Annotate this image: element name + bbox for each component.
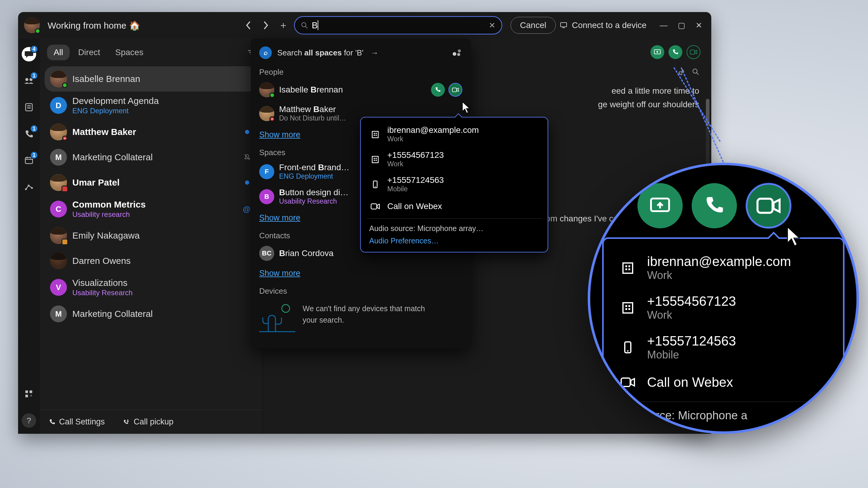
sidebar-item-title: Matthew Baker xyxy=(72,127,136,137)
lens-call-option-row: +15557124563 Mobile xyxy=(604,327,843,367)
search-icon xyxy=(301,22,308,29)
result-video-call[interactable] xyxy=(448,83,462,97)
audio-call-button[interactable] xyxy=(669,45,682,59)
svg-point-28 xyxy=(458,50,461,53)
rail-teams[interactable]: 1 xyxy=(22,73,36,88)
call-option-main: +15557124563 xyxy=(387,175,444,185)
mobile-icon xyxy=(619,338,637,356)
building-icon xyxy=(619,259,637,277)
no-devices-illustration xyxy=(259,303,296,333)
building-icon xyxy=(619,298,637,317)
sidebar-item[interactable]: Umar Patel xyxy=(44,170,258,195)
svg-rect-55 xyxy=(625,305,627,307)
user-avatar[interactable] xyxy=(24,18,40,33)
search-go-icon[interactable]: → xyxy=(371,48,378,58)
sidebar-item[interactable]: CCommon MetricsUsability research@ xyxy=(44,195,258,223)
call-option-main: ibrennan@example.com xyxy=(387,125,479,135)
call-option-row[interactable]: ibrennan@example.com Work xyxy=(361,122,548,147)
call-option-sub: Mobile xyxy=(387,185,444,193)
rail-meetings[interactable]: 1 xyxy=(22,153,36,167)
call-option-row[interactable]: +15554567123 Work xyxy=(361,147,548,172)
svg-rect-42 xyxy=(374,160,375,161)
call-option-row[interactable]: +15557124563 Mobile xyxy=(361,172,548,197)
svg-point-29 xyxy=(453,52,456,56)
sidebar-item[interactable]: Emily Nakagawa xyxy=(44,223,258,248)
svg-rect-36 xyxy=(375,133,377,134)
svg-rect-48 xyxy=(757,199,772,213)
call-pickup-button[interactable]: Call pickup xyxy=(123,417,174,427)
svg-rect-35 xyxy=(374,133,375,134)
svg-rect-49 xyxy=(623,263,632,273)
close-button[interactable]: ✕ xyxy=(695,21,702,30)
connect-device-button[interactable]: Connect to a device xyxy=(560,21,647,30)
result-audio-call[interactable] xyxy=(431,83,445,97)
lens-call-option-row: ibrennan@example.com Work xyxy=(604,248,843,288)
sidebar-item[interactable]: MMarketing Collateral xyxy=(44,301,258,327)
minimize-button[interactable]: — xyxy=(660,21,668,30)
no-devices-text: We can't find any devices that match you… xyxy=(303,303,429,326)
svg-rect-54 xyxy=(623,303,632,313)
svg-rect-52 xyxy=(625,268,627,270)
clear-search-icon[interactable]: ✕ xyxy=(489,21,495,30)
unread-dot xyxy=(245,181,249,185)
search-in-space-icon[interactable] xyxy=(692,68,699,75)
rail-calls[interactable]: 1 xyxy=(22,127,36,141)
show-more-contacts[interactable]: Show more xyxy=(251,264,471,282)
call-option-row[interactable]: Call on Webex xyxy=(361,197,548,216)
rail-help-icon[interactable]: ? xyxy=(22,413,36,428)
sidebar-item-title: Visualizations xyxy=(72,278,133,288)
new-item-button[interactable]: ＋ xyxy=(277,19,290,32)
lens-call-option-row: +15554567123 Work xyxy=(604,288,843,327)
result-sub: Do Not Disturb until… xyxy=(279,114,346,122)
presence-filter-icon[interactable] xyxy=(450,48,462,57)
svg-rect-50 xyxy=(625,265,627,267)
svg-text:+: + xyxy=(30,393,32,398)
nav-back[interactable] xyxy=(242,19,255,32)
rail-calls-badge: 1 xyxy=(30,125,38,133)
sidebar-item-sub: Usability Research xyxy=(72,289,133,297)
sidebar-item[interactable]: VVisualizationsUsability Research xyxy=(44,273,258,301)
search-query: B xyxy=(312,20,318,30)
search-input[interactable]: B ✕ xyxy=(294,16,502,34)
sidebar-item-title: Marketing Collateral xyxy=(72,152,153,162)
result-sub: ENG Deployment xyxy=(279,172,349,181)
sidebar-tab-all[interactable]: All xyxy=(47,44,70,60)
lens-audio-button xyxy=(692,183,737,228)
sidebar-item[interactable]: MMarketing Collateral xyxy=(44,144,258,170)
call-option-main: +15554567123 xyxy=(387,150,444,160)
search-result-row[interactable]: Isabelle Brennan xyxy=(251,78,471,101)
sidebar-item[interactable]: Isabelle Brennan xyxy=(44,66,258,92)
search-scope-text[interactable]: Search all spaces for 'B' xyxy=(277,48,364,58)
sidebar-item[interactable]: DDevelopment AgendaENG Deployment xyxy=(44,92,258,119)
audio-preferences-link[interactable]: Audio Preferences… xyxy=(361,236,548,248)
rail-apps-icon[interactable]: + xyxy=(22,387,36,401)
result-name: Front-end Brand… xyxy=(279,163,349,172)
svg-rect-41 xyxy=(375,158,377,159)
nav-forward[interactable] xyxy=(259,19,273,32)
search-scope-icon: ⌕ xyxy=(259,46,272,59)
status-text[interactable]: Working from home 🏠 xyxy=(48,20,140,31)
cancel-button[interactable]: Cancel xyxy=(510,17,555,34)
result-name: Matthew Baker xyxy=(279,104,346,114)
call-option-sub: Work xyxy=(387,160,444,168)
call-settings-button[interactable]: Call Settings xyxy=(49,417,105,427)
svg-rect-9 xyxy=(25,158,33,164)
share-screen-button[interactable] xyxy=(650,45,664,59)
sidebar-tab-spaces[interactable]: Spaces xyxy=(108,44,150,60)
rail-messaging[interactable]: 4 xyxy=(22,47,36,61)
dd-section-devices: Devices xyxy=(251,282,471,298)
sidebar: All Direct Spaces Isabelle BrennanDDevel… xyxy=(40,38,263,434)
rail-contacts-icon[interactable] xyxy=(22,100,36,115)
svg-rect-8 xyxy=(27,107,31,108)
video-call-button[interactable] xyxy=(687,45,701,59)
svg-rect-34 xyxy=(372,131,378,138)
rail-analytics-icon[interactable] xyxy=(22,180,36,194)
svg-rect-18 xyxy=(25,395,28,397)
sidebar-item-title: Emily Nakagawa xyxy=(72,230,140,241)
sidebar-tab-direct[interactable]: Direct xyxy=(71,44,107,60)
lens-cursor-icon xyxy=(785,225,802,248)
sidebar-item[interactable]: Darren Owens xyxy=(44,248,258,273)
mute-icon xyxy=(244,154,250,161)
maximize-button[interactable]: ▢ xyxy=(678,21,685,30)
sidebar-item[interactable]: Matthew Baker xyxy=(44,119,258,144)
